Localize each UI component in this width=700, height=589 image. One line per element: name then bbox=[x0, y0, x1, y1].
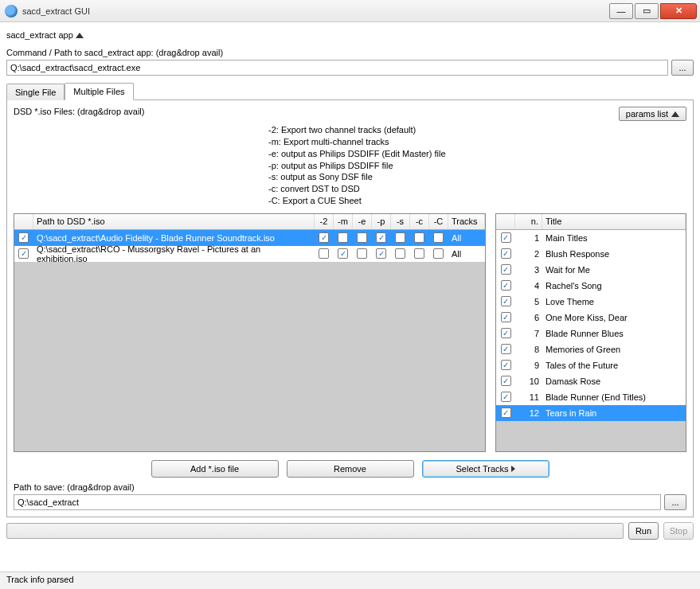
track-number: 8 bbox=[515, 341, 542, 357]
opt-checkbox[interactable] bbox=[357, 232, 367, 243]
iso-row[interactable]: Q:\sacd_extract\RCO - Mussorgsky Ravel -… bbox=[14, 246, 485, 262]
select-tracks-button[interactable]: Select Tracks bbox=[422, 460, 549, 478]
iso-grid: Path to DSD *.iso -2 -m -e -p -s -c -C T… bbox=[14, 213, 486, 452]
tab-single-file[interactable]: Single File bbox=[6, 84, 65, 100]
params-list-label: params list bbox=[626, 109, 668, 119]
track-row[interactable]: 1Main Titles bbox=[496, 230, 686, 246]
track-title: Wait for Me bbox=[542, 262, 686, 278]
track-number: 6 bbox=[515, 310, 542, 326]
iso-path: Q:\sacd_extract\Audio Fidelity - Blade R… bbox=[33, 230, 315, 246]
tracks-header: n. Title bbox=[496, 214, 686, 230]
remove-button[interactable]: Remove bbox=[287, 460, 414, 478]
maximize-button[interactable]: ▭ bbox=[635, 3, 659, 19]
save-path-input[interactable] bbox=[14, 494, 661, 510]
track-checkbox[interactable] bbox=[501, 280, 511, 291]
track-row[interactable]: 7Blade Runner Blues bbox=[496, 326, 686, 341]
track-checkbox[interactable] bbox=[501, 264, 511, 275]
track-number: 4 bbox=[515, 278, 542, 294]
track-row[interactable]: 5Love Theme bbox=[496, 294, 686, 310]
track-checkbox[interactable] bbox=[501, 360, 511, 370]
row-checkbox[interactable] bbox=[18, 232, 29, 243]
track-title: Memories of Green bbox=[542, 341, 686, 357]
track-title: Main Titles bbox=[542, 230, 686, 246]
status-text: Track info parsed bbox=[6, 575, 74, 584]
tabs: Single File Multiple Files bbox=[6, 82, 694, 100]
app-icon bbox=[5, 5, 18, 18]
track-title: Blush Response bbox=[542, 246, 686, 262]
app-section-label: sacd_extract app bbox=[6, 30, 73, 40]
track-number: 7 bbox=[515, 326, 542, 341]
track-checkbox[interactable] bbox=[501, 312, 511, 322]
opt-checkbox[interactable] bbox=[414, 232, 424, 243]
track-checkbox[interactable] bbox=[501, 408, 511, 418]
track-checkbox[interactable] bbox=[501, 392, 511, 402]
track-number: 10 bbox=[515, 373, 542, 389]
opt-checkbox[interactable] bbox=[395, 232, 405, 243]
iso-row[interactable]: Q:\sacd_extract\Audio Fidelity - Blade R… bbox=[14, 230, 485, 246]
opt-checkbox[interactable] bbox=[414, 248, 424, 259]
tracks-grid: n. Title 1Main Titles2Blush Response3Wai… bbox=[495, 213, 686, 452]
track-title: Love Theme bbox=[542, 294, 686, 310]
opt-checkbox[interactable] bbox=[433, 248, 444, 259]
track-checkbox[interactable] bbox=[501, 344, 511, 354]
tracks-cell: All bbox=[448, 246, 485, 262]
track-title: Rachel's Song bbox=[542, 278, 686, 294]
track-title: Damask Rose bbox=[542, 373, 686, 389]
track-row[interactable]: 9Tales of the Future bbox=[496, 357, 686, 373]
close-button[interactable]: ✕ bbox=[660, 3, 697, 19]
opt-checkbox[interactable] bbox=[338, 232, 348, 243]
status-bar: Track info parsed bbox=[0, 571, 700, 589]
track-checkbox[interactable] bbox=[501, 248, 511, 259]
opt-checkbox[interactable] bbox=[376, 232, 386, 243]
save-path-browse-button[interactable]: ... bbox=[664, 494, 686, 510]
opt-checkbox[interactable] bbox=[319, 232, 329, 243]
opt-checkbox[interactable] bbox=[395, 248, 405, 259]
progress-bar bbox=[6, 523, 624, 539]
iso-files-label: DSD *.iso Files: (drag&drop avail) bbox=[14, 107, 144, 116]
opt-checkbox[interactable] bbox=[376, 248, 386, 259]
track-title: Tears in Rain bbox=[542, 405, 686, 421]
app-path-input[interactable] bbox=[6, 60, 668, 76]
params-list-button[interactable]: params list bbox=[619, 107, 686, 121]
track-title: Blade Runner (End Titles) bbox=[542, 389, 686, 405]
track-title: Tales of the Future bbox=[542, 357, 686, 373]
track-row[interactable]: 4Rachel's Song bbox=[496, 278, 686, 294]
track-row[interactable]: 10Damask Rose bbox=[496, 373, 686, 389]
opt-checkbox[interactable] bbox=[357, 248, 367, 259]
tab-multiple-files[interactable]: Multiple Files bbox=[65, 83, 133, 100]
opt-checkbox[interactable] bbox=[319, 248, 329, 259]
col-path[interactable]: Path to DSD *.iso bbox=[33, 214, 315, 229]
options-legend: -2: Export two channel tracks (default)-… bbox=[268, 124, 686, 207]
collapse-icon[interactable] bbox=[76, 33, 84, 38]
track-number: 2 bbox=[515, 246, 542, 262]
track-row[interactable]: 12Tears in Rain bbox=[496, 405, 686, 421]
run-button[interactable]: Run bbox=[628, 522, 659, 540]
tracks-cell: All bbox=[448, 230, 485, 246]
triangle-right-icon bbox=[511, 466, 515, 472]
opt-checkbox[interactable] bbox=[433, 232, 444, 243]
iso-path: Q:\sacd_extract\RCO - Mussorgsky Ravel -… bbox=[33, 246, 315, 262]
minimize-button[interactable]: — bbox=[609, 3, 633, 19]
track-number: 11 bbox=[515, 389, 542, 405]
track-number: 1 bbox=[515, 230, 542, 246]
track-number: 9 bbox=[515, 357, 542, 373]
track-number: 3 bbox=[515, 262, 542, 278]
track-row[interactable]: 11Blade Runner (End Titles) bbox=[496, 389, 686, 405]
track-row[interactable]: 2Blush Response bbox=[496, 246, 686, 262]
row-checkbox[interactable] bbox=[18, 248, 29, 259]
track-row[interactable]: 8Memories of Green bbox=[496, 341, 686, 357]
track-row[interactable]: 6One More Kiss, Dear bbox=[496, 310, 686, 326]
track-checkbox[interactable] bbox=[501, 232, 511, 243]
track-row[interactable]: 3Wait for Me bbox=[496, 262, 686, 278]
track-checkbox[interactable] bbox=[501, 296, 511, 306]
track-checkbox[interactable] bbox=[501, 376, 511, 386]
stop-button: Stop bbox=[663, 522, 694, 540]
save-path-label: Path to save: (drag&drop avail) bbox=[14, 482, 686, 492]
opt-checkbox[interactable] bbox=[338, 248, 348, 259]
chevron-up-icon bbox=[671, 111, 679, 117]
add-iso-button[interactable]: Add *.iso file bbox=[151, 460, 279, 478]
app-path-browse-button[interactable]: ... bbox=[671, 60, 694, 76]
track-checkbox[interactable] bbox=[501, 328, 511, 338]
titlebar[interactable]: sacd_extract GUI — ▭ ✕ bbox=[0, 0, 700, 22]
track-title: Blade Runner Blues bbox=[542, 326, 686, 341]
